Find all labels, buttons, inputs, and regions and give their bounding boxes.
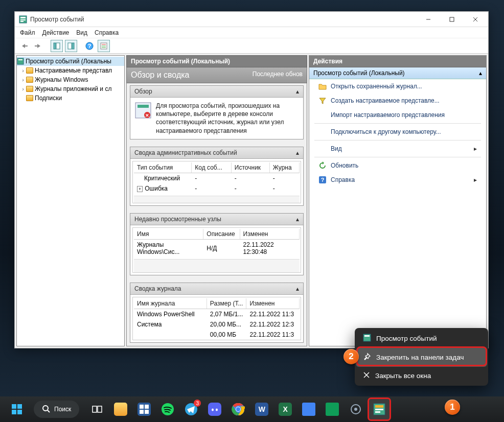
taskview-icon[interactable]: [86, 398, 108, 420]
svg-point-45: [216, 409, 218, 411]
table-row[interactable]: +Ошибка---: [134, 183, 300, 194]
sheets-icon[interactable]: [322, 398, 343, 420]
log-summary-table[interactable]: Имя журналаРазмер (Т...Изменен Windows P…: [134, 298, 300, 340]
svg-rect-37: [17, 410, 22, 414]
action-open-saved-log[interactable]: Открыть сохраненный журнал...: [309, 79, 486, 93]
section-header[interactable]: Сводка административных событий▴: [130, 147, 303, 159]
svg-text:?: ?: [321, 177, 325, 183]
svg-line-39: [48, 410, 50, 412]
explorer-icon[interactable]: [110, 398, 131, 420]
collapse-icon[interactable]: ▴: [296, 149, 299, 156]
taskbar-search[interactable]: Поиск: [34, 401, 79, 418]
app-icon: [19, 15, 27, 24]
jumplist-close-all[interactable]: Закрыть все окна: [356, 367, 487, 385]
close-button[interactable]: [464, 12, 487, 27]
svg-rect-23: [18, 59, 22, 60]
annotation-badge-1: 1: [445, 400, 460, 415]
tree-item[interactable]: ›Журналы Windows: [17, 75, 124, 84]
titlebar[interactable]: Просмотр событий: [15, 12, 488, 27]
collapse-icon[interactable]: ▴: [296, 88, 299, 95]
maximize-button[interactable]: [440, 12, 464, 27]
svg-rect-15: [72, 43, 74, 49]
table-row[interactable]: Критический---: [134, 173, 300, 183]
svg-marker-10: [37, 44, 40, 48]
chevron-right-icon: ▸: [474, 176, 477, 183]
show-actions-button[interactable]: [65, 40, 77, 52]
menu-action[interactable]: Действие: [42, 29, 70, 36]
search-label: Поиск: [54, 406, 71, 413]
chrome-icon[interactable]: [227, 398, 249, 420]
excel-icon[interactable]: X: [274, 398, 296, 420]
discord-icon[interactable]: [204, 398, 225, 420]
scrollbar[interactable]: [134, 259, 300, 272]
expand-icon[interactable]: ›: [20, 77, 26, 83]
docs-icon[interactable]: [298, 398, 319, 420]
svg-rect-36: [12, 410, 16, 414]
tree-item[interactable]: ›Настраиваемые представл: [17, 66, 124, 75]
telegram-icon[interactable]: 3: [180, 398, 202, 420]
svg-rect-34: [12, 404, 16, 409]
scrollbar[interactable]: [134, 196, 300, 203]
tree-item[interactable]: Подписки: [17, 93, 124, 103]
action-help[interactable]: ?Справка▸: [309, 173, 486, 187]
nav-back-button[interactable]: [18, 40, 30, 52]
action-import-custom-view[interactable]: Импорт настраиваемого представления: [309, 108, 486, 122]
word-icon[interactable]: W: [251, 398, 272, 420]
svg-rect-3: [20, 21, 24, 22]
menu-view[interactable]: Вид: [76, 29, 87, 36]
menu-file[interactable]: Файл: [20, 29, 35, 36]
show-tree-button[interactable]: [51, 40, 63, 52]
admin-summary-table[interactable]: Тип событияКод соб...ИсточникЖурна Крити…: [134, 162, 300, 194]
jumplist-pin[interactable]: Закрепить на панели задач: [356, 348, 487, 367]
collapse-icon[interactable]: ▴: [296, 285, 299, 292]
collapse-icon[interactable]: ▴: [296, 216, 299, 223]
tree-item[interactable]: ›Журналы приложений и сл: [17, 84, 124, 93]
taskbar[interactable]: Поиск 3 W X: [0, 396, 504, 422]
table-row[interactable]: Система20,00 МБ...22.11.2022 12:3: [134, 319, 300, 330]
svg-rect-53: [375, 405, 383, 408]
section-header[interactable]: Обзор▴: [130, 86, 303, 98]
svg-rect-1: [20, 17, 26, 18]
svg-rect-25: [138, 105, 149, 108]
start-button[interactable]: [6, 398, 28, 420]
table-row[interactable]: Журналы Windows\Сис...Н/Д22.11.2022 12:3…: [134, 239, 300, 257]
table-row[interactable]: Windows PowerShell2,07 МБ/1...22.11.2022…: [134, 309, 300, 319]
tree-item-label: Журналы Windows: [35, 76, 88, 83]
toolbar: ?: [15, 38, 488, 54]
calculator-icon[interactable]: [133, 398, 155, 420]
section-header[interactable]: Сводка журнала▴: [130, 283, 303, 295]
action-refresh[interactable]: Обновить: [309, 158, 486, 173]
help-button[interactable]: ?: [83, 40, 96, 52]
content-area: Просмотр событий (Локальны ›Настраиваемы…: [15, 54, 488, 348]
nav-tree[interactable]: Просмотр событий (Локальны ›Настраиваемы…: [16, 55, 125, 346]
main-header: Просмотр событий (Локальный): [126, 55, 307, 67]
svg-rect-22: [17, 58, 24, 64]
overview-section: Обзор▴ ✕ Для просмотра событий, произоше…: [130, 85, 304, 139]
spotify-icon[interactable]: [157, 398, 178, 420]
recent-nodes-table[interactable]: ИмяОписаниеИзменен Журналы Windows\Сис..…: [134, 229, 300, 257]
expand-icon[interactable]: ›: [20, 86, 26, 92]
action-create-custom-view[interactable]: Создать настраиваемое представле...: [309, 93, 486, 108]
action-connect-computer[interactable]: Подключиться к другому компьютеру...: [309, 125, 486, 139]
menubar: Файл Действие Вид Справка: [15, 27, 488, 38]
table-row[interactable]: 00,00 МБ22.11.2022 11:3: [134, 330, 300, 340]
folder-icon: [26, 77, 33, 83]
nav-forward-button[interactable]: [32, 40, 44, 52]
action-view[interactable]: Вид▸: [309, 142, 486, 156]
section-header[interactable]: Недавно просмотренные узлы▴: [130, 214, 303, 225]
event-viewer-icon: ✕: [134, 102, 152, 121]
event-viewer-taskbar-icon[interactable]: [369, 398, 390, 420]
jumplist-app[interactable]: Просмотр событий: [356, 329, 487, 348]
tree-root[interactable]: Просмотр событий (Локальны: [17, 57, 124, 66]
svg-text:?: ?: [88, 43, 91, 49]
collapse-icon[interactable]: ▴: [479, 69, 482, 77]
menu-help[interactable]: Справка: [95, 29, 119, 36]
settings-icon[interactable]: [345, 398, 366, 420]
actions-group-header[interactable]: Просмотр событий (Локальный)▴: [309, 67, 486, 79]
actions-panel: Действия Просмотр событий (Локальный)▴ О…: [309, 55, 487, 346]
expand-icon[interactable]: ›: [20, 67, 26, 74]
log-summary-section: Сводка журнала▴ Имя журналаРазмер (Т...И…: [130, 283, 304, 343]
minimize-button[interactable]: [417, 12, 440, 27]
last-updated-label: Последнее обнов: [253, 71, 303, 80]
properties-button[interactable]: [98, 40, 110, 52]
